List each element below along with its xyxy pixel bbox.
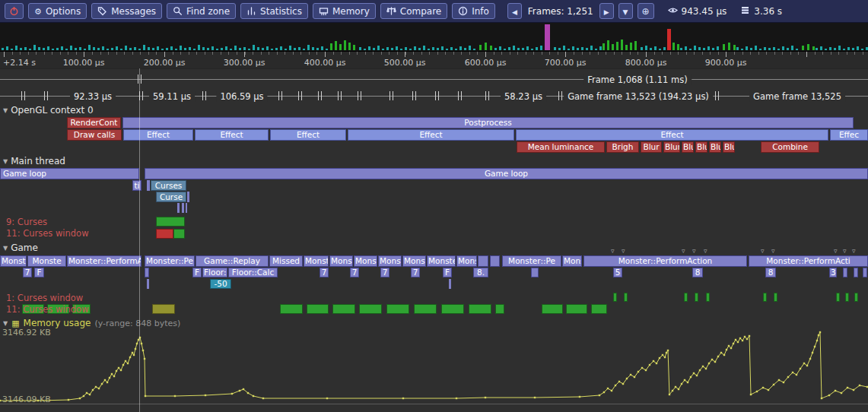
zone-bar[interactable]: [542, 304, 563, 314]
frame-histogram[interactable]: [0, 23, 868, 52]
zone-bar[interactable]: F: [192, 268, 202, 277]
zone-bar[interactable]: 8.: [473, 268, 488, 277]
zone-bar[interactable]: Monster::PerformActi: [749, 255, 868, 267]
zone-bar[interactable]: Missed: [269, 255, 303, 267]
thread-label[interactable]: 11: Curses window: [6, 228, 89, 239]
zone-bar[interactable]: Monster::PerformAction: [583, 255, 747, 267]
zone-bar[interactable]: [490, 255, 500, 267]
zone-bar[interactable]: Blur: [695, 141, 707, 153]
message-marker-icon[interactable]: ▿: [622, 248, 625, 255]
zone-bar[interactable]: [156, 217, 185, 227]
next-frame-button[interactable]: ▶: [599, 3, 614, 19]
thread-label[interactable]: 11: Curses window: [6, 304, 89, 315]
zone-bar[interactable]: [591, 304, 607, 314]
zone-bar[interactable]: [147, 180, 150, 191]
zone-bar[interactable]: -50: [210, 279, 231, 289]
frame-select-button[interactable]: ▼: [618, 3, 633, 19]
zone-bar[interactable]: [177, 203, 180, 213]
message-marker-icon[interactable]: ▿: [761, 248, 765, 255]
zone-bar[interactable]: Monst: [304, 255, 329, 267]
zone-bar[interactable]: Game loop: [145, 168, 868, 179]
zone-bar[interactable]: [173, 229, 185, 239]
zone-bar[interactable]: Game loop: [0, 168, 139, 179]
zone-bar[interactable]: F: [443, 268, 452, 277]
zone-bar[interactable]: [441, 304, 464, 314]
zone-bar[interactable]: RenderCont: [67, 117, 121, 128]
zone-bar[interactable]: Postprocess: [122, 117, 854, 128]
zone-bar[interactable]: 7: [320, 268, 329, 277]
zone-bar[interactable]: [854, 268, 858, 277]
memory-section-header[interactable]: ▼ ▦ Memory usage (y-range: 848 bytes): [3, 318, 180, 328]
zone-bar[interactable]: Monste: [427, 255, 456, 267]
zone-bar[interactable]: 7: [23, 268, 32, 277]
zone-bar[interactable]: 3: [829, 268, 837, 277]
message-marker-icon[interactable]: ▿: [611, 248, 615, 255]
zone-bar[interactable]: [332, 304, 355, 314]
message-marker-icon[interactable]: ▿: [852, 248, 856, 255]
zone-bar[interactable]: Brigh: [606, 141, 639, 153]
zone-bar[interactable]: 7: [350, 268, 359, 277]
zone-bar[interactable]: Mons: [456, 255, 477, 267]
zone-bar[interactable]: Monste: [0, 255, 27, 267]
zone-bar[interactable]: Blur: [641, 141, 662, 153]
zone-bar[interactable]: [695, 293, 698, 302]
zone-bar[interactable]: Effect: [348, 129, 514, 141]
section-header-opengl-context-0[interactable]: ▼OpenGL context 0: [3, 105, 94, 116]
message-marker-icon[interactable]: ▿: [771, 248, 775, 255]
zone-bar[interactable]: Effect: [123, 129, 193, 141]
zone-bar[interactable]: Effect: [516, 129, 828, 141]
zone-bar[interactable]: [845, 293, 849, 302]
section-header-game[interactable]: ▼Game: [3, 242, 38, 253]
zone-bar[interactable]: F: [34, 268, 44, 277]
zone-bar[interactable]: Effec: [830, 129, 868, 141]
compare-button[interactable]: Compare: [380, 3, 447, 19]
zone-bar[interactable]: Monster::Pe: [145, 255, 195, 267]
zone-bar[interactable]: [566, 304, 587, 314]
zone-bar[interactable]: Blur: [682, 141, 694, 153]
message-marker-icon[interactable]: ▿: [834, 248, 838, 255]
zone-bar[interactable]: [156, 229, 173, 239]
zone-bar[interactable]: Mons: [562, 255, 582, 267]
zone-bar[interactable]: Monst: [329, 255, 353, 267]
zone-bar[interactable]: [763, 293, 767, 302]
zone-bar[interactable]: [624, 293, 628, 302]
zone-bar[interactable]: Effect: [195, 129, 269, 141]
zone-bar[interactable]: [359, 304, 382, 314]
zone-bar[interactable]: [469, 304, 491, 314]
frame-label[interactable]: 92.33 μs: [70, 91, 116, 102]
zone-bar[interactable]: Floor:: [202, 268, 227, 277]
info-button[interactable]: Info: [452, 3, 495, 19]
frame-label[interactable]: Game frame 13,523 (194.23 μs): [564, 91, 713, 102]
zone-bar[interactable]: Monst: [402, 255, 426, 267]
zone-bar[interactable]: [186, 203, 187, 213]
time-axis[interactable]: +2.14 s100.00 μs200.00 μs300.00 μs400.00…: [0, 52, 868, 69]
zone-bar[interactable]: Mean luminance: [517, 141, 605, 153]
frame-label[interactable]: Frame 1,068 (1.11 ms): [583, 74, 692, 85]
zone-bar[interactable]: [147, 279, 149, 289]
zone-bar[interactable]: [182, 203, 184, 213]
zone-bar[interactable]: Curse: [156, 192, 186, 202]
thread-label[interactable]: 1: Curses window: [6, 293, 83, 303]
message-marker-icon[interactable]: ▿: [692, 248, 696, 255]
zone-bar[interactable]: [280, 304, 303, 314]
zone-bar[interactable]: Blur: [723, 141, 735, 153]
prev-frame-button[interactable]: ◀: [507, 3, 522, 19]
message-marker-icon[interactable]: ▿: [682, 248, 685, 255]
power-button[interactable]: [5, 3, 24, 19]
zone-bar[interactable]: [531, 268, 539, 277]
zone-bar[interactable]: 7: [380, 268, 389, 277]
zone-bar[interactable]: [449, 279, 451, 289]
frame-label[interactable]: 59.11 μs: [149, 91, 195, 102]
zone-bar[interactable]: [414, 304, 437, 314]
zone-bar[interactable]: [478, 255, 488, 267]
messages-button[interactable]: Messages: [91, 3, 162, 19]
zone-bar[interactable]: Monste: [27, 255, 66, 267]
zone-bar[interactable]: [863, 268, 867, 277]
zone-bar[interactable]: Monster::PerformA: [67, 255, 141, 267]
zone-bar[interactable]: Floor::Calc: [228, 268, 278, 277]
zone-bar[interactable]: [684, 293, 688, 302]
frame-label[interactable]: Game frame 13,525: [749, 91, 845, 102]
zone-bar[interactable]: [854, 293, 858, 302]
zone-bar[interactable]: 5: [613, 268, 622, 277]
zone-bar[interactable]: ti: [132, 180, 141, 191]
